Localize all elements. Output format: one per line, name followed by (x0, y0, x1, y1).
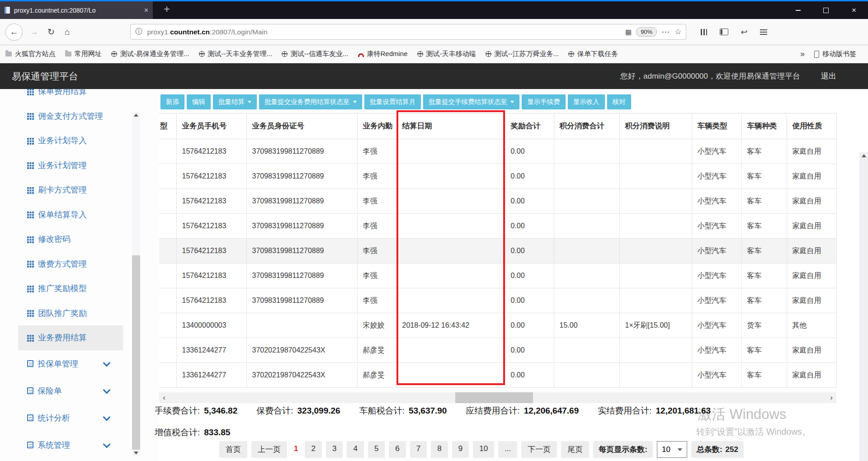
toolbar-button[interactable]: 批量提交业务费用结算状态至 (259, 94, 362, 109)
logout-link[interactable]: 退出 (821, 71, 836, 81)
bookmark-item[interactable]: 常用网址 (65, 50, 102, 58)
toolbar-button[interactable]: 批量设置结算月 (364, 94, 421, 109)
horizontal-scrollbar[interactable]: ‹ › (159, 392, 836, 403)
sidebar-toggle-icon[interactable] (720, 28, 728, 35)
bookmark-item[interactable]: 移动版书签 (814, 50, 856, 58)
table-row[interactable]: 15764212183370983199811270889李强0.00小型汽车客… (159, 214, 836, 239)
pagination-prev-button[interactable]: 上一页 (251, 441, 287, 458)
back-button[interactable]: ← (5, 24, 23, 41)
pagination-page-button[interactable]: 7 (410, 441, 427, 458)
pagination-last-button[interactable]: 尾页 (561, 441, 589, 458)
sidebar-item-label: 业务费用结算 (38, 332, 87, 343)
table-row[interactable]: 1336124427737020219870422543X郝彦旻0.00小型汽车… (159, 338, 836, 363)
pagination-page-button[interactable]: 5 (368, 441, 385, 458)
bookmark-item[interactable]: 测试-易保通业务管理... (111, 50, 189, 58)
toolbar-button[interactable]: 显示收入 (568, 94, 605, 109)
bookmark-item[interactable]: 测试--天丰业务管理... (199, 50, 273, 58)
sidebar-item[interactable]: 保险单 (18, 377, 123, 405)
sidebar-item[interactable]: 业务计划管理 (18, 153, 123, 178)
pagination-page-button[interactable]: 10 (473, 441, 494, 458)
sidebar-item[interactable]: 修改密码 (18, 227, 123, 252)
table-row[interactable]: 15764212183370983199811270889李强0.00小型汽车客… (159, 239, 836, 263)
scroll-up-icon[interactable] (134, 113, 138, 117)
sidebar-item[interactable]: 佣金支付方式管理 (18, 104, 123, 129)
sidebar-item[interactable]: 投保单管理 (18, 350, 123, 377)
page-actions-icon[interactable]: ⋯ (661, 27, 670, 37)
cell: 李强 (357, 189, 396, 214)
sidebar-item[interactable]: 缴费方式管理 (18, 252, 123, 277)
column-header: 积分消费合计 (554, 113, 619, 139)
sidebar-item[interactable]: 业务计划导入 (18, 128, 123, 153)
table-row[interactable]: 15764212183370983199811270889李强0.00小型汽车客… (159, 288, 836, 313)
toolbar-button[interactable]: 新添 (160, 94, 184, 109)
window-maximize-button[interactable] (812, 1, 840, 19)
bookmark-item[interactable]: 测试-天丰移动端 (417, 50, 476, 58)
forward-button[interactable]: → (30, 27, 38, 37)
page-scrollbar[interactable] (859, 152, 868, 461)
menu-hamburger-icon[interactable] (760, 29, 767, 35)
sidebar-item[interactable]: 保单结算导入 (18, 202, 123, 227)
window-minimize-button[interactable] (784, 1, 812, 19)
toolbar-button[interactable]: 批量结算 (213, 94, 257, 109)
toolbar-button[interactable]: 编辑 (187, 94, 211, 109)
site-info-icon[interactable]: ⓘ (135, 27, 142, 37)
cell: 370983199811270889 (246, 288, 357, 313)
new-tab-button[interactable]: + (159, 3, 175, 15)
qr-grid-icon[interactable]: ▦ (625, 28, 632, 36)
scroll-down-icon[interactable] (134, 452, 138, 455)
bookmark-item[interactable]: 测试--江苏万舜业务... (486, 50, 559, 58)
table-row[interactable]: 15764212183370983199811270889李强0.00小型汽车客… (159, 263, 836, 288)
bookmarks-overflow-chevron[interactable]: » (800, 49, 805, 59)
restore-session-icon[interactable]: ↩ (741, 27, 747, 37)
horizontal-scrollbar-thumb[interactable] (455, 392, 533, 403)
pagination-page-button[interactable]: 9 (452, 441, 469, 458)
bookmark-item[interactable]: 测试--信通车友业... (282, 50, 349, 58)
toolbar-button-label: 批量提交手续费结算状态至 (429, 98, 507, 106)
sidebar-item[interactable]: 刷卡方式管理 (18, 178, 123, 202)
browser-tab[interactable]: proxy1.countnet.cn:20807/Lo × (0, 1, 153, 19)
url-bar[interactable]: ⓘ proxy1.countnet.cn:20807/Login/Main ▦ … (130, 24, 686, 40)
library-icon[interactable] (701, 29, 708, 35)
scroll-up-icon[interactable] (862, 154, 866, 157)
sidebar-item[interactable]: 系统管理 (18, 432, 123, 459)
pagination-first-button[interactable]: 首页 (219, 441, 247, 458)
bookmark-item[interactable]: 火狐官方站点 (5, 50, 56, 58)
pagination-ellipsis-button[interactable]: ... (498, 441, 517, 458)
bookmark-item[interactable]: 保单下载任务 (568, 50, 618, 58)
sidebar-item[interactable]: 团队推广奖励 (18, 301, 123, 326)
sidebar-item[interactable]: 保单费用结算 (18, 89, 123, 104)
table-row[interactable]: 15764212183370983199811270889李强0.00小型汽车客… (159, 139, 836, 164)
toolbar-button[interactable]: 显示手续费 (522, 94, 566, 109)
table-row[interactable]: 13400000003宋姣姣2018-09-12 16:43:420.0015.… (159, 313, 836, 338)
pagination-page-button[interactable]: 4 (347, 441, 363, 458)
pagination-page-button[interactable]: 2 (305, 441, 321, 458)
cell: 小型汽车 (692, 288, 741, 313)
sidebar-scrollbar-thumb[interactable] (132, 255, 140, 450)
sidebar-item[interactable]: 业务费用结算 (18, 325, 123, 350)
sidebar-item[interactable]: 统计分析 (18, 405, 123, 432)
scroll-right-icon[interactable]: › (826, 392, 836, 403)
cell (396, 189, 505, 214)
sidebar-item-label: 修改密码 (38, 234, 71, 245)
table-row[interactable]: 1336124427737020219870422543X郝彦旻0.00小型汽车… (159, 363, 836, 388)
reload-button[interactable]: ↻ (47, 27, 55, 37)
zoom-level-badge[interactable]: 90% (636, 27, 657, 37)
pagination-next-button[interactable]: 下一页 (521, 441, 557, 458)
table-row[interactable]: 15764212183370983199811270889李强0.00小型汽车客… (159, 164, 836, 189)
toolbar-button[interactable]: 核对 (607, 94, 631, 109)
sidebar-item[interactable]: 推广奖励模型 (18, 276, 123, 301)
page-size-select[interactable]: 10 (657, 441, 687, 458)
tab-close-icon[interactable]: × (144, 7, 148, 14)
window-close-button[interactable]: × (840, 1, 868, 19)
bookmark-star-icon[interactable]: ☆ (675, 27, 681, 37)
scroll-left-icon[interactable]: ‹ (159, 392, 169, 403)
pagination-page-button[interactable]: 1 (291, 441, 301, 458)
bookmark-item[interactable]: 康特Redmine (358, 50, 408, 58)
pagination-page-button[interactable]: 8 (431, 441, 448, 458)
table-row[interactable]: 15764212183370983199811270889李强0.00小型汽车客… (159, 189, 836, 214)
home-button[interactable]: ⌂ (65, 27, 70, 37)
toolbar-button[interactable]: 批量提交手续费结算状态至 (423, 94, 519, 109)
pagination-page-button[interactable]: 6 (389, 441, 406, 458)
pagination-page-button[interactable]: 3 (326, 441, 343, 458)
sidebar-scrollbar[interactable] (132, 112, 140, 456)
